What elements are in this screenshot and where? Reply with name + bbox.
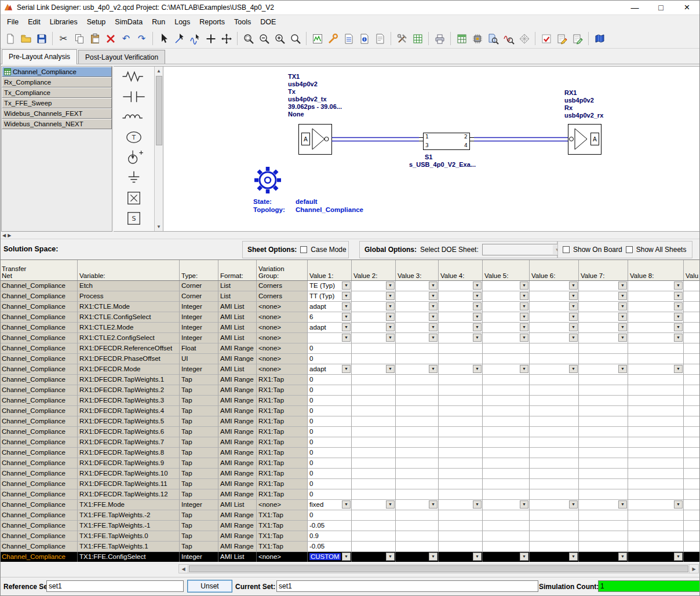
- report-info-icon[interactable]: [356, 31, 372, 46]
- x-block-symbol-icon[interactable]: [116, 189, 152, 209]
- value-cell-2[interactable]: [352, 469, 396, 479]
- value-cell-1[interactable]: 0: [308, 437, 352, 448]
- value-cell-5[interactable]: [483, 406, 530, 416]
- dropdown-button[interactable]: ▼: [429, 281, 437, 290]
- table-row[interactable]: Channel_ComplianceRX1:DFECDR.TapWeights.…: [0, 479, 700, 489]
- dropdown-button[interactable]: ▼: [386, 292, 395, 300]
- sheet-item-rx_compliance[interactable]: Rx_Compliance: [2, 77, 112, 87]
- value-cell-9[interactable]: [684, 521, 700, 531]
- value-cell-3[interactable]: [396, 531, 439, 542]
- report-table-icon[interactable]: [341, 31, 356, 46]
- find-waveform-icon[interactable]: [501, 31, 516, 46]
- value-cell-2[interactable]: [352, 489, 396, 500]
- value-cell-9[interactable]: [684, 396, 700, 406]
- value-cell-8[interactable]: [628, 385, 684, 396]
- value-cell-9[interactable]: [684, 354, 700, 364]
- value-cell-2[interactable]: [352, 406, 396, 416]
- value-cell-6[interactable]: [530, 531, 579, 542]
- value-cell-2[interactable]: [352, 542, 396, 552]
- value-cell-7[interactable]: [579, 437, 628, 448]
- value-cell-8[interactable]: [628, 396, 684, 406]
- mesh-view-icon[interactable]: [516, 31, 532, 46]
- value-cell-9[interactable]: [684, 489, 700, 500]
- value-cell-6[interactable]: [530, 469, 579, 479]
- value-cell-4[interactable]: [439, 510, 483, 521]
- value-cell-3[interactable]: ▼: [396, 323, 439, 333]
- chip-view-icon[interactable]: [469, 31, 485, 46]
- select-pointer-icon[interactable]: [156, 31, 172, 46]
- menu-item-doe[interactable]: DOE: [256, 16, 280, 28]
- transmission-line-symbol-icon[interactable]: T: [116, 128, 152, 148]
- value-cell-8[interactable]: ▼: [628, 333, 684, 343]
- value-cell-3[interactable]: [396, 489, 439, 500]
- ground-symbol-icon[interactable]: [116, 169, 152, 188]
- splitter[interactable]: ◀▶: [0, 233, 700, 239]
- table-row[interactable]: Channel_ComplianceTX1:FFE.ModeIntegerAMI…: [0, 500, 700, 510]
- value-cell-6[interactable]: ▼: [530, 323, 579, 333]
- value-cell-9[interactable]: [684, 427, 700, 437]
- dropdown-button[interactable]: ▼: [569, 553, 578, 561]
- value-cell-6[interactable]: [530, 375, 579, 385]
- value-cell-2[interactable]: ▼: [352, 364, 396, 375]
- value-cell-8[interactable]: [628, 542, 684, 552]
- value-cell-8[interactable]: [628, 521, 684, 531]
- value-cell-2[interactable]: [352, 437, 396, 448]
- value-cell-2[interactable]: ▼: [352, 291, 396, 302]
- inductor-symbol-icon[interactable]: [116, 108, 152, 127]
- value-cell-1[interactable]: -0.05: [308, 521, 352, 531]
- table-row[interactable]: Channel_ComplianceRX1:CTLE2.ModeIntegerA…: [0, 323, 700, 333]
- value-cell-1[interactable]: 0: [308, 427, 352, 437]
- horizontal-scrollbar[interactable]: ◀ ▶: [178, 564, 699, 573]
- table-row[interactable]: Channel_ComplianceRX1:DFECDR.TapWeights.…: [0, 427, 700, 437]
- value-cell-8[interactable]: ▼: [628, 291, 684, 302]
- value-cell-6[interactable]: [530, 343, 579, 354]
- dropdown-button[interactable]: ▼: [618, 323, 627, 331]
- value-cell-8[interactable]: [628, 469, 684, 479]
- value-cell-1[interactable]: 0: [308, 458, 352, 469]
- probe-symbol-icon[interactable]: [116, 148, 152, 168]
- value-cell-9[interactable]: ▼: [684, 281, 700, 291]
- case-mode-checkbox[interactable]: [300, 246, 307, 253]
- value-cell-4[interactable]: [439, 479, 483, 489]
- value-cell-7[interactable]: [579, 354, 628, 364]
- value-cell-3[interactable]: [396, 354, 439, 364]
- table-row[interactable]: Channel_ComplianceRX1:CTLE.ConfigSelectI…: [0, 312, 700, 323]
- value-cell-7[interactable]: [579, 406, 628, 416]
- value-cell-2[interactable]: ▼: [352, 281, 396, 291]
- dropdown-button[interactable]: ▼: [618, 302, 627, 310]
- value-cell-7[interactable]: [579, 479, 628, 489]
- paste-icon[interactable]: [87, 31, 103, 46]
- value-cell-7[interactable]: ▼: [579, 281, 628, 291]
- gear-icon[interactable]: [254, 167, 281, 193]
- value-cell-3[interactable]: ▼: [396, 552, 439, 562]
- edit-doe-icon[interactable]: [570, 31, 585, 46]
- zoom-out-icon[interactable]: [256, 31, 272, 46]
- value-cell-1[interactable]: 0: [308, 375, 352, 385]
- value-cell-9[interactable]: [684, 479, 700, 489]
- value-cell-8[interactable]: ▼: [628, 364, 684, 375]
- table-row[interactable]: Channel_ComplianceRX1:DFECDR.TapWeights.…: [0, 458, 700, 469]
- value-cell-7[interactable]: [579, 469, 628, 479]
- value-cell-6[interactable]: [530, 542, 579, 552]
- value-cell-1[interactable]: 6▼: [308, 312, 352, 323]
- dropdown-button[interactable]: ▼: [569, 313, 578, 321]
- value-cell-9[interactable]: ▼: [684, 333, 700, 343]
- value-cell-2[interactable]: [352, 385, 396, 396]
- value-cell-1[interactable]: 0: [308, 448, 352, 458]
- value-cell-6[interactable]: [530, 521, 579, 531]
- value-cell-6[interactable]: [530, 416, 579, 427]
- table-row[interactable]: Channel_ComplianceRX1:DFECDR.TapWeights.…: [0, 489, 700, 500]
- value-cell-6[interactable]: ▼: [530, 302, 579, 312]
- menu-item-file[interactable]: File: [2, 16, 23, 28]
- value-cell-3[interactable]: [396, 385, 439, 396]
- value-cell-6[interactable]: ▼: [530, 291, 579, 302]
- value-cell-8[interactable]: [628, 375, 684, 385]
- edit-sheet-icon[interactable]: [554, 31, 570, 46]
- value-cell-9[interactable]: ▼: [684, 291, 700, 302]
- dropdown-button[interactable]: ▼: [342, 334, 351, 342]
- value-cell-5[interactable]: [483, 521, 530, 531]
- value-cell-3[interactable]: [396, 469, 439, 479]
- table-row[interactable]: Channel_ComplianceProcessCornerListCorne…: [0, 291, 700, 302]
- sheet-item-tx_ffe_sweep[interactable]: Tx_FFE_Sweep: [2, 98, 112, 108]
- value-cell-2[interactable]: [352, 531, 396, 542]
